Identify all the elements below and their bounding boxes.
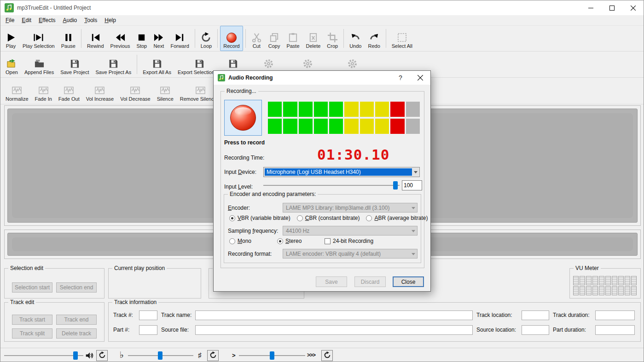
vu-cell-g xyxy=(314,119,328,134)
radio-label: ABR (average bitrate) xyxy=(374,215,428,221)
window-controls xyxy=(580,0,644,15)
menu-item-audio[interactable]: Audio xyxy=(59,16,81,24)
radio-option-stereo[interactable]: Stereo xyxy=(277,238,319,244)
toolbar-button-play-selection[interactable]: Play Selection xyxy=(19,26,58,51)
track-info-row-2: Part #: Source file: Source location: Pa… xyxy=(113,325,635,335)
floppy-icon xyxy=(70,57,80,69)
slider-thumb[interactable] xyxy=(158,351,162,360)
bit24-label: 24-bit Recording xyxy=(333,238,373,244)
speed-loop-button[interactable] xyxy=(321,350,333,361)
audio-recording-dialog: Audio Recording ? Recording... Press to … xyxy=(213,70,431,292)
toolbar-button-fade-in: Fade In xyxy=(32,78,55,104)
pitch-slider[interactable] xyxy=(128,351,193,360)
toolbar-button-rewind[interactable]: Rewind xyxy=(84,26,107,51)
menu-item-help[interactable]: Help xyxy=(101,16,120,24)
pitch-loop-button[interactable] xyxy=(207,350,219,361)
toolbar-label: Silence xyxy=(157,96,174,102)
toolbar-label: Select All xyxy=(392,43,412,49)
loop-icon xyxy=(209,351,217,360)
previous-icon xyxy=(115,30,126,43)
toolbar-button-redo[interactable]: Redo xyxy=(365,26,383,51)
track-edit-group: Track edit Track start Track end Track s… xyxy=(4,302,104,342)
toolbar-button-select-all: Select All xyxy=(389,26,416,51)
dropdown-arrow-icon xyxy=(412,167,419,177)
vu-meter-bar xyxy=(631,286,637,295)
toolbar-button-copy: Copy xyxy=(265,26,284,51)
vu-meter-bar xyxy=(612,276,617,285)
track-end-button: Track end xyxy=(56,315,97,325)
menu-item-edit[interactable]: Edit xyxy=(18,16,35,24)
track-location-input[interactable] xyxy=(522,310,549,320)
title-bar: mp3TrueEdit - Untitled Project xyxy=(0,0,644,15)
toolbar-button-stop[interactable]: Stop xyxy=(133,26,150,51)
sampling-frequency-label: Sampling frequency: xyxy=(228,228,278,234)
toolbar-button-append-files[interactable]: Append Files xyxy=(21,52,57,77)
wave-box-icon xyxy=(195,83,206,96)
radio-option-mono[interactable]: Mono xyxy=(229,238,271,244)
toolbar-button-record[interactable]: Record xyxy=(220,26,243,51)
group-title: Current play position xyxy=(112,265,167,272)
gear-icon xyxy=(263,57,274,69)
volume-slider[interactable] xyxy=(4,351,83,360)
toolbar-button-forward[interactable]: Forward xyxy=(167,26,192,51)
part-number-input[interactable] xyxy=(139,325,157,335)
toolbar-button-save-project[interactable]: Save Project xyxy=(57,52,92,77)
wave-box-icon xyxy=(64,83,74,96)
help-button[interactable]: ? xyxy=(391,71,410,85)
sampling-frequency-select: 44100 Hz xyxy=(283,226,418,236)
open-folder-icon xyxy=(6,57,17,69)
toolbar-button-undo[interactable]: Undo xyxy=(346,26,365,51)
radio-option-abr[interactable]: ABR (average bitrate) xyxy=(366,215,428,221)
close-dialog-button[interactable]: Close xyxy=(393,276,424,287)
wave-box-icon xyxy=(94,83,105,96)
radio-option-cbr[interactable]: CBR (constant bitrate) xyxy=(297,215,360,221)
toolbar-button-play[interactable]: Play xyxy=(2,26,19,51)
vu-cell-y xyxy=(375,119,389,134)
slider-thumb[interactable] xyxy=(270,351,274,360)
maximize-button[interactable] xyxy=(601,0,622,15)
bit24-checkbox[interactable]: 24-bit Recording xyxy=(325,237,373,245)
toolbar-button-pause[interactable]: Pause xyxy=(58,26,79,51)
toolbar-button-open[interactable]: Open xyxy=(2,52,21,77)
source-location-input[interactable] xyxy=(522,325,549,335)
track-duration-label: Track duration: xyxy=(553,312,592,318)
menu-item-effects[interactable]: Effects xyxy=(35,16,59,24)
vu-meter-bar xyxy=(599,276,604,285)
vu-meter-group: VU Meter xyxy=(569,268,641,299)
menu-item-file[interactable]: File xyxy=(2,16,18,24)
input-device-select[interactable]: Microphone (Logi USB Headset H340) xyxy=(263,167,420,177)
vu-meter-bar xyxy=(580,276,585,285)
vu-row xyxy=(268,119,420,134)
slider-thumb[interactable] xyxy=(393,181,398,190)
bottom-control-bar: ♭ ♯ > >>> xyxy=(0,348,644,362)
input-device-value: Microphone (Logi USB Headset H340) xyxy=(265,168,412,176)
speed-slider[interactable] xyxy=(239,351,305,360)
track-name-input[interactable] xyxy=(195,310,473,320)
close-button[interactable] xyxy=(622,0,644,15)
record-big-button[interactable] xyxy=(224,100,262,136)
toolbar-button-next[interactable]: Next xyxy=(150,26,167,51)
radio-label: Mono xyxy=(238,238,251,244)
vu-meter-bar xyxy=(625,276,630,285)
toolbar-button-save-project-as[interactable]: Save Project As xyxy=(93,52,135,77)
track-duration-input[interactable] xyxy=(595,310,635,320)
flat-symbol: ♭ xyxy=(120,350,124,360)
toolbar-label: Vol Decrease xyxy=(120,96,150,102)
minimize-button[interactable] xyxy=(580,0,601,15)
input-level-value[interactable] xyxy=(402,180,422,190)
toolbar-button-loop[interactable]: Loop xyxy=(197,26,215,51)
slider-thumb[interactable] xyxy=(73,351,78,360)
menu-item-tools[interactable]: Tools xyxy=(81,16,101,24)
input-level-slider[interactable] xyxy=(263,181,400,190)
track-number-input[interactable] xyxy=(139,310,157,320)
part-duration-input[interactable] xyxy=(595,325,635,335)
toolbar-label: Fade Out xyxy=(58,96,80,102)
toolbar-label: Record xyxy=(223,43,239,49)
toolbar-button-export-all-as[interactable]: Export All As xyxy=(139,52,174,77)
volume-loop-button[interactable] xyxy=(96,350,108,361)
radio-option-vbr[interactable]: VBR (variable bitrate) xyxy=(229,215,290,221)
source-file-input[interactable] xyxy=(195,325,473,335)
toolbar-label: Copy xyxy=(268,43,280,49)
toolbar-button-previous[interactable]: Previous xyxy=(107,26,133,51)
dialog-close-button[interactable] xyxy=(410,71,430,85)
